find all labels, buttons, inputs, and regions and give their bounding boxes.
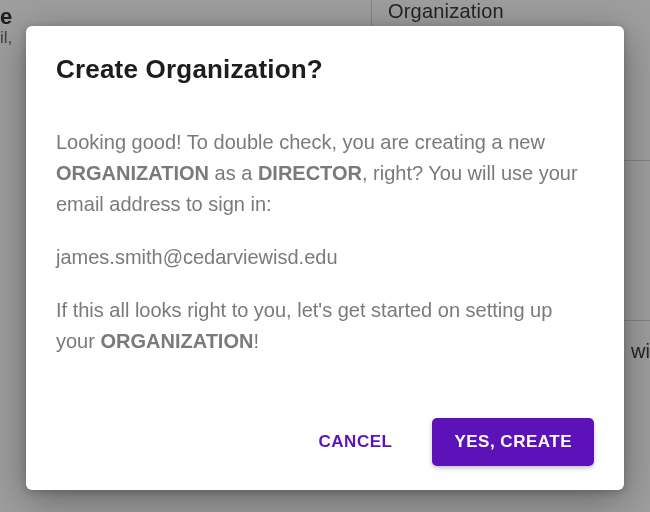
create-organization-dialog: Create Organization? Looking good! To do… <box>26 26 624 490</box>
dialog-email: james.smith@cedarviewisd.edu <box>56 242 594 273</box>
emph-organization: organization <box>100 330 253 352</box>
dialog-title: Create Organization? <box>56 54 594 85</box>
emph-organization: organization <box>56 162 209 184</box>
dialog-body: Looking good! To double check, you are c… <box>56 127 594 418</box>
confirm-button[interactable]: YES, CREATE <box>432 418 594 466</box>
cancel-button[interactable]: CANCEL <box>297 418 415 466</box>
dialog-paragraph-3: If this all looks right to you, let's ge… <box>56 295 594 357</box>
emph-role: director <box>258 162 362 184</box>
dialog-paragraph-1: Looking good! To double check, you are c… <box>56 127 594 220</box>
dialog-actions: CANCEL YES, CREATE <box>56 418 594 466</box>
